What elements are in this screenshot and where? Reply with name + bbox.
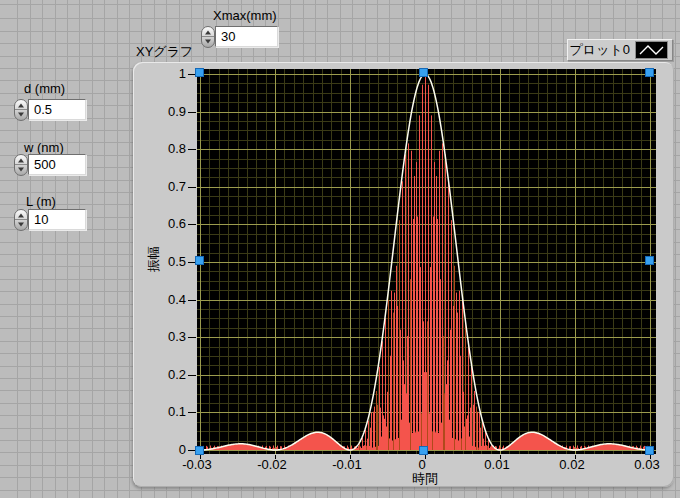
x-tick-label: 0 (393, 458, 451, 472)
graph-title: XYグラフ (136, 45, 193, 59)
selection-handle[interactable] (419, 446, 428, 455)
xmax-label: Xmax(mm) (213, 9, 277, 23)
xmax-increment-button[interactable] (202, 27, 214, 37)
y-tick-mark (188, 112, 196, 113)
y-tick-mark (188, 375, 196, 376)
y-tick-label: 0 (146, 443, 186, 457)
y-tick-label: 0.1 (146, 405, 186, 419)
y-tick-mark (188, 337, 196, 338)
x-tick-mark (650, 455, 651, 459)
y-tick-mark (188, 187, 196, 188)
up-arrow-icon (18, 155, 24, 162)
y-tick-label: 0.9 (146, 105, 186, 119)
up-arrow-icon (205, 27, 211, 34)
selection-handle[interactable] (645, 68, 654, 77)
down-arrow-icon (18, 168, 24, 175)
w-spinner (14, 154, 28, 176)
selection-handle[interactable] (419, 68, 428, 77)
y-tick-label: 1 (146, 67, 186, 81)
w-decrement-button[interactable] (15, 165, 27, 175)
plot-line-icon (635, 41, 668, 59)
x-tick-label: 0.03 (618, 458, 676, 472)
selection-handle[interactable] (645, 256, 654, 265)
x-tick-mark (575, 455, 576, 459)
x-tick-label: 0.01 (468, 458, 526, 472)
xmax-spinner (201, 26, 215, 48)
y-tick-mark (188, 412, 196, 413)
w-label: w (nm) (24, 141, 64, 155)
l-decrement-button[interactable] (15, 220, 27, 230)
legend-label: プロット0 (570, 43, 630, 57)
d-increment-button[interactable] (15, 100, 27, 110)
x-tick-label: -0.01 (318, 458, 376, 472)
down-arrow-icon (18, 113, 24, 120)
d-decrement-button[interactable] (15, 110, 27, 120)
l-spinner (14, 209, 28, 231)
x-tick-label: -0.03 (168, 458, 226, 472)
x-axis-title: 時間 (404, 470, 446, 488)
up-arrow-icon (18, 210, 24, 217)
up-arrow-icon (18, 100, 24, 107)
w-increment-button[interactable] (15, 155, 27, 165)
y-tick-mark (188, 149, 196, 150)
y-tick-label: 0.5 (146, 255, 186, 269)
y-tick-label: 0.2 (146, 368, 186, 382)
l-label: L (m) (26, 195, 56, 209)
x-tick-label: -0.02 (243, 458, 301, 472)
y-tick-mark (188, 224, 196, 225)
x-tick-mark (275, 455, 276, 459)
x-tick-mark (200, 455, 201, 459)
d-label: d (mm) (24, 82, 65, 96)
y-tick-label: 0.6 (146, 217, 186, 231)
y-tick-label: 0.7 (146, 180, 186, 194)
plot-canvas[interactable] (197, 69, 656, 454)
selection-handle[interactable] (195, 446, 204, 455)
selection-handle[interactable] (195, 68, 204, 77)
y-tick-label: 0.3 (146, 330, 186, 344)
down-arrow-icon (18, 223, 24, 230)
x-tick-mark (500, 455, 501, 459)
l-field[interactable]: 10 (28, 209, 86, 230)
xmax-field[interactable]: 30 (215, 26, 278, 47)
x-tick-mark (350, 455, 351, 459)
d-spinner (14, 99, 28, 121)
d-field[interactable]: 0.5 (28, 99, 86, 120)
y-tick-label: 0.8 (146, 142, 186, 156)
down-arrow-icon (205, 40, 211, 47)
y-tick-mark (188, 300, 196, 301)
plot-legend[interactable]: プロット0 (567, 39, 673, 61)
x-tick-mark (425, 455, 426, 459)
y-tick-label: 0.4 (146, 293, 186, 307)
l-increment-button[interactable] (15, 210, 27, 220)
w-field[interactable]: 500 (28, 154, 86, 175)
xmax-decrement-button[interactable] (202, 37, 214, 47)
selection-handle[interactable] (195, 256, 204, 265)
labview-front-panel: Xmax(mm) 30 d (mm) 0.5 w (nm) 500 L (m) … (0, 0, 680, 498)
x-tick-label: 0.02 (543, 458, 601, 472)
selection-handle[interactable] (645, 446, 654, 455)
